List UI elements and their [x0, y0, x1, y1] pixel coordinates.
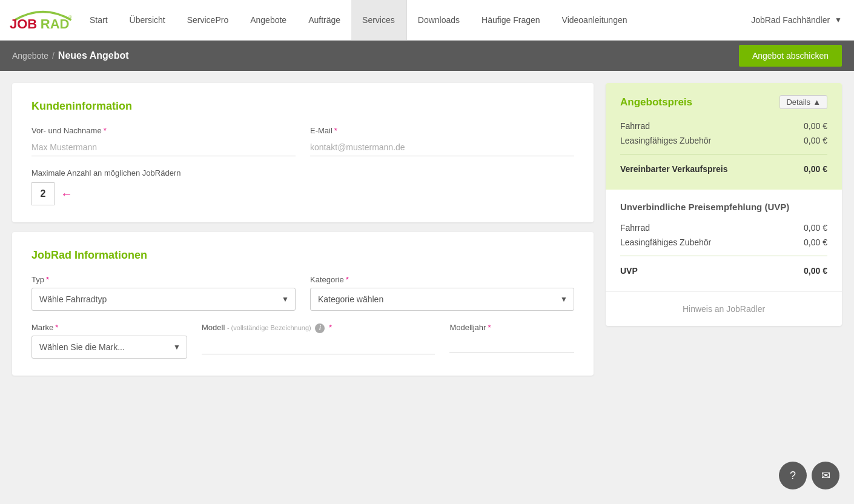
name-email-row: Vor- und Nachname* E-Mail*: [31, 126, 574, 156]
uvp-zubehor-value: 0,00 €: [804, 237, 827, 247]
marke-modell-row: Marke* Wählen Sie die Mark... ▼ Modell -…: [31, 323, 574, 359]
verkaufspreis-label: Vereinbarter Verkaufspreis: [620, 164, 727, 174]
email-required: *: [334, 126, 337, 135]
typ-select-wrapper[interactable]: Wähle Fahrradtyp ▼: [31, 288, 296, 311]
nav-angebote[interactable]: Angebote: [239, 0, 297, 40]
kategorie-select-wrapper[interactable]: Kategorie wählen ▼: [310, 288, 574, 311]
name-label: Vor- und Nachname*: [31, 126, 296, 135]
uvp-zubehor-row: Leasingfähiges Zubehör 0,00 €: [620, 235, 827, 250]
name-input[interactable]: [31, 139, 296, 156]
svg-text:RAD: RAD: [41, 16, 70, 31]
modell-required: *: [329, 323, 332, 332]
uvp-total-row: UVP 0,00 €: [620, 262, 827, 279]
submit-button[interactable]: Angebot abschicken: [739, 45, 842, 67]
angebotspreis-fahrrad-row: Fahrrad 0,00 €: [620, 119, 827, 133]
angebotspreis-zubehor-label: Leasingfähiges Zubehör: [620, 136, 711, 145]
form-area: Kundeninformation Vor- und Nachname* E-M…: [12, 83, 594, 376]
modell-info-icon[interactable]: i: [315, 323, 325, 333]
email-label: E-Mail*: [310, 126, 574, 135]
nav-ubersicht[interactable]: Übersicht: [119, 0, 176, 40]
main-layout: Kundeninformation Vor- und Nachname* E-M…: [0, 71, 854, 388]
marke-required: *: [55, 323, 58, 332]
angebotspreis-section: Angebotspreis Details ▲ Fahrrad 0,00 € L…: [606, 83, 842, 190]
typ-group: Typ* Wähle Fahrradtyp ▼: [31, 275, 296, 311]
marke-group: Marke* Wählen Sie die Mark... ▼: [31, 323, 187, 359]
breadcrumb-current: Neues Angebot: [58, 50, 129, 61]
hinweis-section: Hinweis an JobRadler: [606, 292, 842, 326]
name-group: Vor- und Nachname*: [31, 126, 296, 156]
svg-text:JOB: JOB: [10, 16, 37, 31]
kategorie-select[interactable]: Kategorie wählen: [311, 288, 574, 310]
modelljahr-required: *: [488, 323, 491, 332]
nav-servicepro[interactable]: ServicePro: [176, 0, 239, 40]
kategorie-required: *: [346, 275, 349, 284]
nav-downloads[interactable]: Downloads: [407, 0, 471, 40]
uvp-section: Unverbindliche Preisempfehlung (UVP) Fah…: [606, 190, 842, 292]
nav-start[interactable]: Start: [79, 0, 119, 40]
max-bikes-value: 2: [31, 182, 55, 205]
breadcrumb-parent[interactable]: Angebote: [12, 51, 48, 61]
name-required: *: [104, 126, 107, 135]
breadcrumb-separator: /: [52, 51, 55, 61]
typ-kategorie-row: Typ* Wähle Fahrradtyp ▼ Kategorie*: [31, 275, 574, 311]
typ-required: *: [46, 275, 49, 284]
verkaufspreis-row: Vereinbarter Verkaufspreis 0,00 €: [620, 161, 827, 177]
modelljahr-label: Modelljahr*: [449, 323, 574, 332]
uvp-fahrrad-label: Fahrrad: [620, 223, 650, 233]
email-group: E-Mail*: [310, 126, 574, 156]
jobrad-info-card: JobRad Informationen Typ* Wähle Fahrradt…: [12, 232, 594, 376]
marke-select-wrapper[interactable]: Wählen Sie die Mark... ▼: [31, 336, 187, 359]
uvp-section-title: Unverbindliche Preisempfehlung (UVP): [620, 202, 827, 212]
user-label: JobRad Fachhändler: [751, 15, 830, 25]
max-bikes-label: Maximale Anzahl an möglichen JobRädern: [31, 168, 574, 177]
sidebar-panel: Angebotspreis Details ▲ Fahrrad 0,00 € L…: [606, 83, 842, 326]
uvp-label: UVP: [620, 266, 638, 276]
nav-links: Start Übersicht ServicePro Angebote Auft…: [79, 0, 751, 40]
angebotspreis-title: Angebotspreis: [620, 96, 692, 108]
marke-select[interactable]: Wählen Sie die Mark...: [32, 336, 187, 358]
max-bikes-group: Maximale Anzahl an möglichen JobRädern 2…: [31, 168, 574, 205]
nav-haufige-fragen[interactable]: Häufige Fragen: [471, 0, 551, 40]
svg-text:®: ®: [68, 15, 72, 20]
nav-services[interactable]: Services: [351, 0, 406, 40]
modelljahr-group: Modelljahr*: [449, 323, 574, 359]
modell-input[interactable]: [202, 337, 435, 354]
angebotspreis-zubehor-value: 0,00 €: [804, 136, 827, 145]
breadcrumb: Angebote / Neues Angebot: [12, 50, 129, 61]
verkaufspreis-value: 0,00 €: [804, 164, 827, 174]
uvp-value: 0,00 €: [804, 266, 827, 276]
logo[interactable]: JOB RAD ®: [0, 7, 79, 34]
modell-label: Modell - (vollständige Bezeichnung) i *: [202, 323, 435, 333]
modell-group: Modell - (vollständige Bezeichnung) i *: [202, 323, 435, 359]
angebotspreis-zubehor-row: Leasingfähiges Zubehör 0,00 €: [620, 133, 827, 148]
details-button[interactable]: Details ▲: [780, 95, 827, 109]
uvp-fahrrad-row: Fahrrad 0,00 €: [620, 220, 827, 235]
user-menu[interactable]: JobRad Fachhändler ▼: [751, 15, 854, 25]
email-input[interactable]: [310, 139, 574, 156]
angebotspreis-fahrrad-value: 0,00 €: [804, 121, 827, 131]
uvp-fahrrad-value: 0,00 €: [804, 223, 827, 233]
back-arrow-icon[interactable]: ←: [61, 187, 73, 201]
angebotspreis-header: Angebotspreis Details ▲: [620, 95, 827, 109]
nav-videoanleitungen[interactable]: Videoanleitungen: [551, 0, 638, 40]
modell-suffix: - (vollständige Bezeichnung): [227, 324, 311, 331]
user-chevron-icon: ▼: [835, 16, 842, 24]
kategorie-label: Kategorie*: [310, 275, 574, 284]
subheader: Angebote / Neues Angebot Angebot abschic…: [0, 41, 854, 71]
jobrad-info-title: JobRad Informationen: [31, 249, 574, 262]
kundeninformation-card: Kundeninformation Vor- und Nachname* E-M…: [12, 83, 594, 222]
details-label: Details: [786, 98, 810, 107]
typ-label: Typ*: [31, 275, 296, 284]
kundeninformation-title: Kundeninformation: [31, 100, 574, 113]
marke-label: Marke*: [31, 323, 187, 332]
modelljahr-input[interactable]: [449, 336, 574, 353]
nav-auftrage[interactable]: Aufträge: [297, 0, 351, 40]
kategorie-group: Kategorie* Kategorie wählen ▼: [310, 275, 574, 311]
typ-select[interactable]: Wähle Fahrradtyp: [32, 288, 295, 310]
uvp-zubehor-label: Leasingfähiges Zubehör: [620, 237, 711, 247]
angebotspreis-fahrrad-label: Fahrrad: [620, 121, 650, 131]
details-chevron-icon: ▲: [813, 98, 821, 107]
max-bikes-row: 2 ←: [31, 182, 574, 205]
hinweis-label: Hinweis an JobRadler: [683, 304, 765, 314]
nav-bar: JOB RAD ® Start Übersicht ServicePro Ang…: [0, 0, 854, 41]
